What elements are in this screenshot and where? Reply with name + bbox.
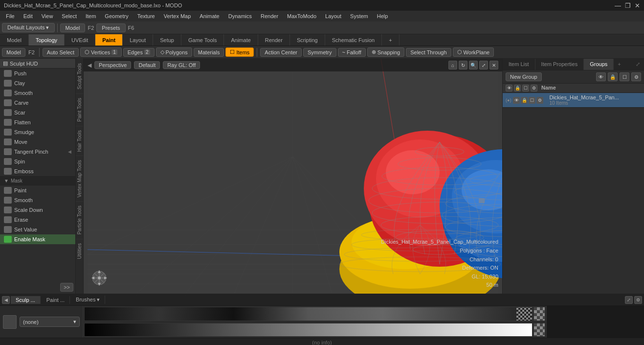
menu-select[interactable]: Select — [58, 12, 81, 20]
bottom-expand-btn[interactable]: ⤢ — [625, 296, 633, 304]
vert-tab-paint-tools[interactable]: Paint Tools — [76, 93, 83, 126]
tab-render[interactable]: Render — [258, 34, 290, 46]
col-render-btn[interactable]: ☐ — [522, 85, 529, 92]
tool-mask-paint[interactable]: Paint — [0, 185, 75, 195]
tab-model[interactable]: Model — [0, 34, 29, 46]
tab-game-tools[interactable]: Game Tools — [181, 34, 224, 46]
vert-tab-utilities[interactable]: Utilities — [76, 239, 83, 263]
menu-vertex-map[interactable]: Vertex Map — [160, 12, 195, 20]
tool-tangent-pinch[interactable]: Tangent Pinch ◀ — [0, 147, 75, 157]
menu-view[interactable]: View — [38, 12, 57, 20]
tool-emboss[interactable]: Emboss — [0, 166, 75, 176]
tool-clay[interactable]: Clay — [0, 78, 75, 88]
rp-eye-btn[interactable]: 👁 — [596, 72, 606, 81]
vp-home-btn[interactable]: ⌂ — [448, 61, 457, 69]
tool-spin[interactable]: Spin — [0, 157, 75, 166]
vp-zoom-btn[interactable]: 🔍 — [469, 61, 478, 69]
col-vis-btn[interactable]: 👁 — [506, 85, 512, 92]
ray-gl-label[interactable]: Ray GL: Off — [163, 61, 200, 69]
symmetry-btn[interactable]: Symmetry — [303, 48, 336, 57]
mode-polygons[interactable]: ◇ Polygons — [156, 47, 192, 57]
menu-texture[interactable]: Texture — [133, 12, 159, 20]
tab-animate[interactable]: Animate — [224, 34, 258, 46]
bottom-tab-sculpt[interactable]: Sculp ... — [11, 296, 41, 304]
menu-geometry[interactable]: Geometry — [101, 12, 132, 20]
tab-setup[interactable]: Setup — [153, 34, 181, 46]
rp-settings-btn[interactable]: ⚙ — [631, 72, 641, 81]
model-mode-btn[interactable]: Model — [60, 23, 86, 32]
color-swatch[interactable] — [3, 315, 17, 329]
vp-rotate-btn[interactable]: ↻ — [459, 61, 467, 69]
tab-schematic-fusion[interactable]: Schematic Fusion — [325, 34, 382, 46]
rp-tab-item-list[interactable]: Item List — [503, 59, 535, 70]
rp-toggle-btn[interactable]: ☐ — [620, 72, 629, 81]
rp-tab-add[interactable]: + — [614, 59, 624, 70]
maximize-btn[interactable]: ❐ — [625, 2, 631, 9]
tool-flatten[interactable]: Flatten — [0, 117, 75, 127]
minimize-btn[interactable]: — — [615, 2, 621, 9]
presets-btn[interactable]: Presets — [96, 23, 125, 32]
tool-set-value[interactable]: Set Value — [0, 225, 75, 234]
tool-enable-mask[interactable]: Enable Mask — [0, 234, 75, 244]
bottom-nav-left[interactable]: ◀ — [2, 296, 10, 304]
bottom-settings-btn[interactable]: ⚙ — [634, 296, 642, 304]
bottom-tab-paint[interactable]: Paint ... — [42, 296, 70, 304]
rp-lock-btn[interactable]: 🔒 — [608, 72, 618, 81]
tab-paint[interactable]: Paint — [95, 34, 123, 46]
mode-items[interactable]: ☐ Items — [225, 47, 254, 57]
bottom-tab-brushes[interactable]: Brushes ▾ — [71, 296, 105, 304]
mask-collapse-btn[interactable]: ▼ — [4, 178, 9, 184]
mode-materials[interactable]: Materials — [194, 48, 224, 57]
menu-help[interactable]: Help — [373, 12, 392, 20]
texture-preview-1[interactable] — [84, 307, 533, 321]
none-dropdown[interactable]: (none) ▾ — [20, 317, 80, 327]
new-group-btn[interactable]: New Group — [506, 72, 542, 81]
texture-preview-3[interactable] — [84, 323, 533, 337]
select-through-btn[interactable]: Select Through — [406, 48, 451, 57]
expand-sidebar-btn[interactable]: >> — [60, 283, 73, 292]
menu-edit[interactable]: Edit — [20, 12, 37, 20]
auto-select-btn[interactable]: Auto Select — [43, 48, 79, 57]
rp-tab-groups[interactable]: Groups — [584, 59, 614, 70]
col-lock-btn[interactable]: 🔒 — [514, 85, 521, 92]
menu-render[interactable]: Render — [257, 12, 282, 20]
texture-preview-4[interactable] — [533, 323, 545, 337]
default-layouts-btn[interactable]: Default Layouts ▾ — [2, 23, 55, 32]
vert-tab-sculpt-tools[interactable]: Sculpt Tools — [76, 59, 83, 93]
tool-scale-down[interactable]: Scale Down — [0, 205, 75, 215]
mode-model[interactable]: Model — [2, 48, 25, 57]
group-lock-toggle[interactable]: 🔒 — [521, 97, 528, 104]
vp-fullscreen-btn[interactable]: ⤢ — [479, 61, 488, 69]
tab-layout[interactable]: Layout — [123, 34, 153, 46]
action-center-btn[interactable]: Action Center — [260, 48, 302, 57]
group-settings-toggle[interactable]: ⚙ — [536, 97, 543, 104]
window-controls[interactable]: — ❐ ✕ — [615, 2, 640, 9]
menu-item[interactable]: Item — [82, 12, 100, 20]
falloff-btn[interactable]: ~ Falloff — [338, 48, 366, 57]
group-vis-toggle[interactable]: 👁 — [513, 97, 520, 104]
menu-animate[interactable]: Animate — [196, 12, 223, 20]
tool-scar[interactable]: Scar — [0, 108, 75, 117]
menu-maxtomodo[interactable]: MaxToModo — [283, 12, 320, 20]
rp-tab-expand[interactable]: ⤢ — [632, 59, 644, 70]
rp-tab-item-properties[interactable]: Item Properties — [535, 59, 584, 70]
tab-topology[interactable]: Topology — [29, 34, 65, 46]
menu-system[interactable]: System — [346, 12, 372, 20]
close-btn[interactable]: ✕ — [635, 2, 640, 9]
snapping-btn[interactable]: ⊕ Snapping — [367, 47, 405, 57]
texture-preview-2[interactable] — [533, 307, 545, 321]
tool-carve[interactable]: Carve — [0, 98, 75, 108]
group-render-toggle[interactable]: ☐ — [529, 97, 535, 104]
workplane-btn[interactable]: ⬡ WorkPlane — [453, 47, 494, 57]
group-item-main[interactable]: (●) 👁 🔒 ☐ ⚙ Dickies_Hat_Mcrae_5_Pan... 1… — [503, 93, 644, 108]
menu-file[interactable]: File — [2, 12, 19, 20]
tool-erase[interactable]: Erase — [0, 215, 75, 225]
mode-vertices[interactable]: ⬡ Vertices 1 — [80, 47, 122, 57]
vert-tab-particle-tools[interactable]: Particle Tools — [76, 201, 83, 238]
tool-mask-smooth[interactable]: Smooth — [0, 195, 75, 205]
perspective-label[interactable]: Perspective — [94, 61, 131, 69]
default-label[interactable]: Default — [134, 61, 160, 69]
mode-edges[interactable]: Edges 2 — [123, 48, 155, 57]
vp-options-btn[interactable]: ✕ — [489, 61, 498, 69]
col-settings2-btn[interactable]: ⚙ — [531, 85, 537, 92]
